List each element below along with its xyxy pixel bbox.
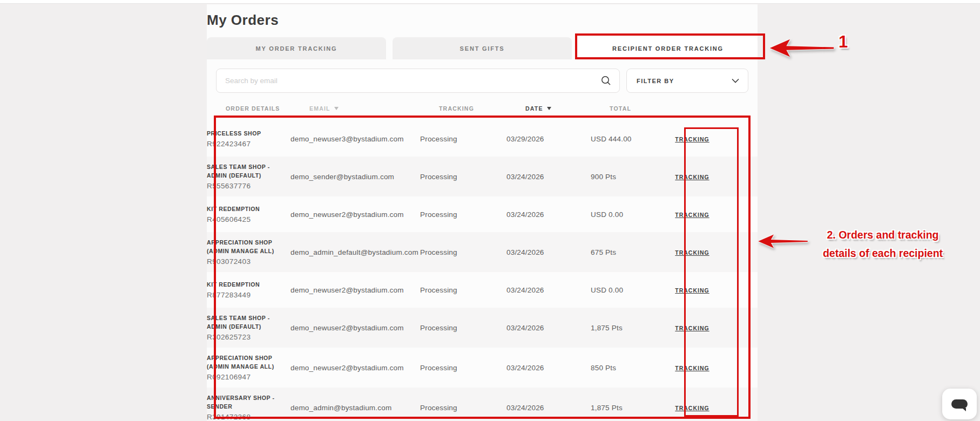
tracking-link[interactable]: TRACKING — [675, 365, 709, 371]
shop-name: PRICELESS SHOP — [207, 130, 288, 138]
recipient-email: demo_newuser2@bystadium.com — [290, 210, 420, 219]
column-header-email-label: EMAIL — [309, 105, 330, 112]
chat-widget-button[interactable] — [942, 389, 977, 419]
chat-bubble-icon — [951, 399, 968, 409]
annotation-step-2-line1: 2. Orders and tracking — [813, 226, 953, 244]
order-date: 03/24/2026 — [506, 404, 591, 412]
order-details-cell: APPRECIATION SHOP (ADMIN MANAGE ALL) R09… — [207, 354, 290, 381]
order-id: R092106947 — [207, 373, 290, 381]
tracking-link[interactable]: TRACKING — [675, 287, 709, 294]
tracking-link-cell: TRACKING — [665, 403, 719, 412]
recipient-email: demo_admin@bystadium.com — [290, 404, 420, 412]
column-header-email[interactable]: EMAIL — [309, 105, 439, 112]
orders-table-body: PRICELESS SHOP R922423467 demo_newuser3@… — [207, 121, 758, 421]
tracking-link-cell: TRACKING — [665, 363, 719, 372]
filter-by-dropdown[interactable]: FILTER BY — [626, 69, 748, 93]
search-input[interactable] — [216, 69, 620, 93]
annotation-step-1-label: 1 — [839, 32, 848, 52]
shop-name: SALES TEAM SHOP - ADMIN (DEFAULT) — [207, 163, 288, 179]
column-header-order-details[interactable]: ORDER DETAILS — [226, 105, 309, 112]
table-row: APPRECIATION SHOP (ADMIN MANAGE ALL) R09… — [207, 348, 758, 388]
tracking-link[interactable]: TRACKING — [675, 405, 709, 411]
order-id: R877283449 — [207, 291, 290, 299]
column-header-tracking[interactable]: TRACKING — [439, 105, 525, 112]
order-id: R555637776 — [207, 182, 290, 190]
tracking-link[interactable]: TRACKING — [675, 174, 709, 180]
order-tabs: MY ORDER TRACKING SENT GIFTS RECIPIENT O… — [207, 37, 758, 59]
order-id: R922423467 — [207, 140, 290, 148]
order-details-cell: SALES TEAM SHOP - ADMIN (DEFAULT) R55563… — [207, 163, 290, 189]
filter-by-label: FILTER BY — [637, 78, 674, 84]
annotation-step-2-text: 2. Orders and tracking details of each r… — [813, 226, 953, 262]
order-details-cell: PRICELESS SHOP R922423467 — [207, 130, 290, 148]
table-row: SALES TEAM SHOP - ADMIN (DEFAULT) R55563… — [207, 157, 758, 196]
search-icon[interactable] — [600, 75, 611, 86]
tracking-link-cell: TRACKING — [665, 172, 719, 181]
tracking-status: Processing — [420, 404, 506, 412]
annotation-arrow-2-icon — [757, 232, 809, 250]
tab-my-order-tracking[interactable]: MY ORDER TRACKING — [207, 37, 386, 59]
order-total: USD 0.00 — [591, 286, 665, 294]
order-total: 850 Pts — [591, 364, 665, 372]
order-id: R302625723 — [207, 333, 290, 341]
chevron-down-icon — [732, 78, 739, 83]
tracking-link[interactable]: TRACKING — [675, 212, 709, 218]
order-date: 03/24/2026 — [506, 286, 591, 294]
tracking-status: Processing — [420, 210, 506, 219]
tracking-link-cell: TRACKING — [665, 134, 719, 144]
table-row: PRICELESS SHOP R922423467 demo_newuser3@… — [207, 121, 758, 157]
table-row: KIT REDEMPTION R877283449 demo_newuser2@… — [207, 272, 758, 308]
shop-name: KIT REDEMPTION — [207, 281, 288, 289]
search-box — [216, 69, 620, 93]
table-row: APPRECIATION SHOP (ADMIN MANAGE ALL) R90… — [207, 232, 758, 272]
tracking-link[interactable]: TRACKING — [675, 249, 709, 256]
recipient-email: demo_admin_default@bystadium.com — [290, 248, 420, 256]
order-id: R391472368 — [207, 413, 290, 421]
order-id: R405606425 — [207, 215, 290, 223]
order-date: 03/24/2026 — [506, 364, 591, 372]
order-id: R903072403 — [207, 257, 290, 266]
order-date: 03/24/2026 — [506, 324, 591, 332]
recipient-email: demo_newuser3@bystadium.com — [290, 135, 420, 143]
tracking-link[interactable]: TRACKING — [675, 136, 709, 142]
tracking-link-cell: TRACKING — [665, 209, 719, 219]
sort-desc-icon — [334, 107, 339, 110]
tracking-status: Processing — [420, 135, 506, 143]
order-date: 03/24/2026 — [506, 210, 591, 219]
shop-name: SALES TEAM SHOP - ADMIN (DEFAULT) — [207, 314, 288, 330]
table-row: ANNIVERSARY SHOP - SENDER R391472368 dem… — [207, 388, 758, 421]
tracking-status: Processing — [420, 364, 506, 372]
column-header-total[interactable]: TOTAL — [610, 105, 684, 112]
order-details-cell: SALES TEAM SHOP - ADMIN (DEFAULT) R30262… — [207, 314, 290, 341]
tracking-status: Processing — [420, 173, 506, 181]
table-header-row: ORDER DETAILS EMAIL TRACKING DATE TOTAL — [207, 103, 758, 114]
table-row: SALES TEAM SHOP - ADMIN (DEFAULT) R30262… — [207, 308, 758, 348]
order-total: USD 444.00 — [591, 135, 665, 143]
order-date: 03/24/2026 — [506, 173, 591, 181]
tracking-link[interactable]: TRACKING — [675, 325, 709, 331]
table-row: KIT REDEMPTION R405606425 demo_newuser2@… — [207, 196, 758, 232]
order-total: 675 Pts — [591, 248, 665, 256]
recipient-email: demo_newuser2@bystadium.com — [290, 324, 420, 332]
annotation-arrow-1-icon — [768, 37, 836, 59]
my-orders-panel: My Orders MY ORDER TRACKING SENT GIFTS R… — [207, 4, 758, 421]
tracking-link-cell: TRACKING — [665, 323, 719, 332]
order-details-cell: APPRECIATION SHOP (ADMIN MANAGE ALL) R90… — [207, 239, 290, 265]
tab-recipient-order-tracking[interactable]: RECIPIENT ORDER TRACKING — [578, 37, 758, 59]
tracking-link-cell: TRACKING — [665, 285, 719, 295]
order-details-cell: ANNIVERSARY SHOP - SENDER R391472368 — [207, 394, 290, 420]
shop-name: KIT REDEMPTION — [207, 205, 288, 213]
recipient-email: demo_sender@bystadium.com — [290, 173, 420, 181]
shop-name: ANNIVERSARY SHOP - SENDER — [207, 394, 288, 410]
tracking-status: Processing — [420, 248, 506, 256]
recipient-email: demo_newuser2@bystadium.com — [290, 286, 420, 294]
shop-name: APPRECIATION SHOP (ADMIN MANAGE ALL) — [207, 239, 288, 255]
order-date: 03/29/2026 — [506, 135, 591, 143]
order-total: 900 Pts — [591, 173, 665, 181]
tab-sent-gifts[interactable]: SENT GIFTS — [393, 37, 572, 59]
tracking-status: Processing — [420, 324, 506, 332]
column-header-date[interactable]: DATE — [525, 105, 610, 112]
top-page-strip — [0, 0, 980, 4]
order-total: 1,875 Pts — [591, 404, 665, 412]
order-details-cell: KIT REDEMPTION R405606425 — [207, 205, 290, 223]
